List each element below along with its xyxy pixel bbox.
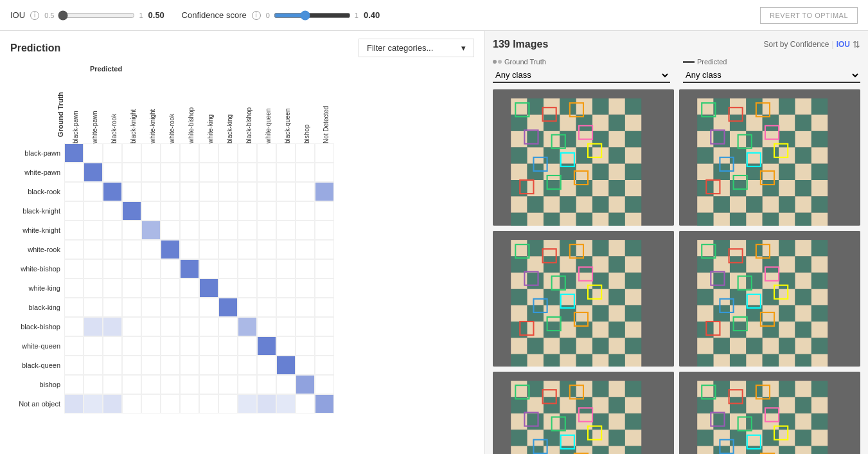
matrix-cell	[180, 259, 199, 278]
svg-rect-261	[779, 289, 795, 305]
sort-active[interactable]: IOU	[837, 40, 850, 49]
iou-slider[interactable]	[58, 10, 135, 21]
svg-rect-390	[763, 381, 779, 397]
image-card	[493, 89, 674, 226]
svg-rect-266	[730, 305, 746, 321]
svg-rect-78	[697, 98, 713, 114]
svg-rect-110	[697, 164, 713, 180]
matrix-cell	[141, 298, 161, 317]
svg-rect-115	[779, 164, 795, 180]
iou-info-icon[interactable]: i	[30, 11, 39, 20]
svg-rect-29	[576, 147, 592, 163]
matrix-cell	[103, 356, 122, 375]
revert-button[interactable]: REVERT TO OPTIMAL	[760, 7, 858, 24]
gt-filter-select[interactable]: Any class	[493, 68, 670, 83]
matrix-cell	[161, 356, 180, 375]
matrix-cell	[276, 394, 296, 413]
matrix-cell	[141, 259, 161, 278]
confidence-info-icon[interactable]: i	[252, 11, 261, 20]
svg-rect-200	[592, 322, 608, 338]
svg-rect-95	[714, 131, 730, 147]
matrix-cell	[161, 317, 180, 336]
matrix-cell	[122, 221, 141, 240]
sort-icon[interactable]: ⇅	[853, 39, 860, 50]
col-label-wrapper: white-knight	[143, 79, 162, 143]
col-label-wrapper: bishop	[297, 79, 316, 143]
svg-rect-39	[608, 164, 624, 180]
top-bar: IOU i 0.5 1 0.50 Confidence score i 0 1 …	[0, 0, 868, 31]
svg-rect-38	[592, 164, 608, 180]
image-card	[679, 231, 860, 367]
svg-rect-328	[560, 413, 576, 430]
matrix-area: Ground Truth black-pawnwhite-pawnblack-r…	[6, 74, 478, 413]
matrix-cell	[218, 356, 238, 375]
svg-rect-218	[625, 354, 641, 367]
prediction-title: Prediction	[10, 42, 60, 54]
svg-rect-5	[576, 98, 592, 114]
svg-rect-249	[714, 272, 730, 288]
svg-rect-313	[576, 381, 592, 397]
filter-row: Ground Truth Any class Predicted Any cla…	[493, 58, 860, 83]
matrix-cell	[141, 240, 161, 259]
svg-rect-116	[795, 164, 811, 180]
svg-rect-47	[608, 180, 624, 196]
svg-rect-84	[795, 98, 811, 114]
svg-rect-214	[560, 354, 576, 367]
matrix-cell	[296, 394, 315, 413]
svg-rect-235	[746, 240, 762, 256]
svg-rect-134	[697, 213, 713, 226]
matrix-cell	[315, 394, 334, 413]
svg-rect-124	[795, 180, 811, 196]
svg-rect-179	[511, 289, 527, 305]
filter-dropdown[interactable]: Filter categories... ▾	[359, 39, 474, 57]
confidence-slider[interactable]	[274, 10, 351, 21]
svg-rect-131	[779, 196, 795, 212]
matrix-cell	[199, 221, 218, 240]
svg-rect-417	[811, 430, 828, 446]
svg-rect-414	[763, 430, 779, 446]
svg-rect-409	[811, 413, 828, 430]
matrix-cell	[199, 375, 218, 394]
svg-rect-324	[625, 397, 641, 413]
matrix-cell	[84, 201, 103, 221]
svg-rect-191	[576, 305, 592, 321]
matrix-row	[64, 221, 335, 240]
matrix-cell	[84, 356, 103, 375]
matrix-cell	[276, 221, 296, 240]
svg-rect-26	[527, 147, 544, 163]
svg-rect-253	[779, 272, 795, 288]
pred-filter-select[interactable]: Any class	[683, 68, 860, 83]
svg-rect-189	[544, 305, 560, 321]
svg-rect-122	[763, 180, 779, 196]
matrix-cell	[257, 221, 276, 240]
svg-rect-48	[625, 180, 641, 196]
svg-rect-197	[544, 322, 560, 338]
svg-rect-58	[527, 213, 544, 226]
pred-filter-label: Predicted	[683, 58, 860, 66]
matrix-cell	[161, 182, 180, 201]
svg-rect-8	[625, 98, 641, 114]
matrix-cell	[180, 394, 199, 413]
iou-max: 1	[139, 12, 143, 19]
svg-rect-120	[730, 180, 746, 196]
svg-rect-291	[746, 354, 762, 367]
matrix-cell	[141, 278, 161, 298]
col-label-wrapper: black-bishop	[239, 79, 258, 143]
svg-rect-63	[608, 213, 624, 226]
matrix-grid	[64, 143, 335, 413]
right-panel[interactable]: 139 Images Sort by Confidence | IOU ⇅ Gr…	[485, 31, 868, 454]
svg-rect-127	[714, 196, 730, 212]
svg-rect-212	[527, 354, 544, 367]
matrix-cell	[257, 375, 276, 394]
chevron-down-icon: ▾	[461, 43, 466, 53]
matrix-cell	[64, 394, 84, 413]
svg-rect-128	[730, 196, 746, 212]
col-label: Not Detected	[323, 79, 330, 143]
svg-rect-170	[625, 256, 641, 272]
svg-rect-35	[544, 164, 560, 180]
matrix-cell	[218, 375, 238, 394]
svg-rect-4	[560, 98, 576, 114]
matrix-cell	[276, 298, 296, 317]
matrix-cell	[218, 298, 238, 317]
svg-rect-43	[544, 180, 560, 196]
